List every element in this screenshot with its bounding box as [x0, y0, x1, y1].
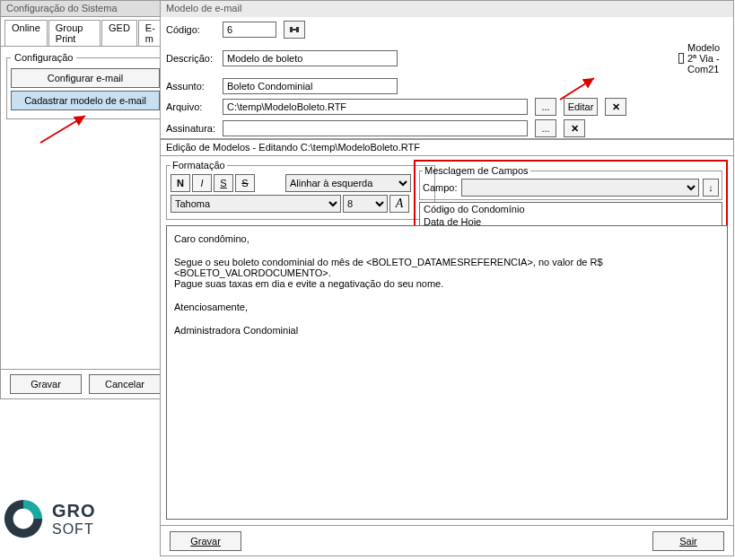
- config-cancelar-button[interactable]: Cancelar: [89, 374, 161, 394]
- config-gravar-button[interactable]: Gravar: [10, 374, 82, 394]
- italic-button[interactable]: I: [192, 174, 212, 192]
- segunda-via-label: Modelo 2ª Via - Com21: [687, 42, 728, 74]
- assunto-label: Assunto:: [166, 81, 215, 92]
- descricao-label: Descrição:: [166, 53, 215, 64]
- search-icon-button[interactable]: [284, 21, 305, 39]
- body-line: Atenciosamente,: [174, 302, 720, 312]
- underline-button[interactable]: S: [214, 174, 233, 192]
- strike-button[interactable]: S: [235, 174, 255, 192]
- body-line: Administradora Condominial: [174, 325, 720, 336]
- config-title: Configuração do Sistema: [1, 1, 170, 17]
- merge-fieldset: Mesclagem de Campos Campo: ↓: [419, 165, 722, 200]
- brand-logo: GRO SOFT: [0, 495, 160, 542]
- body-line: Caro condômino,: [174, 233, 720, 244]
- close-icon: ✕: [612, 101, 620, 113]
- merge-legend: Mesclagem de Campos: [423, 165, 530, 176]
- model-title: Modelo de e-mail: [161, 1, 733, 17]
- editar-button[interactable]: Editar: [564, 98, 598, 116]
- config-bottom-bar: Gravar Cancelar: [1, 369, 170, 398]
- body-line: Pague suas taxas em dia e evite a negati…: [174, 278, 720, 289]
- tab-online[interactable]: Online: [4, 20, 48, 46]
- binoculars-icon: [288, 23, 301, 36]
- descricao-input[interactable]: [223, 50, 398, 66]
- editor-gravar-button[interactable]: Gravar: [170, 531, 241, 551]
- editor-sair-button[interactable]: Sair: [652, 531, 724, 551]
- assinatura-input[interactable]: [223, 120, 528, 136]
- campo-select[interactable]: [461, 179, 699, 197]
- tab-group-print[interactable]: Group Print: [48, 20, 101, 46]
- codigo-input[interactable]: [223, 22, 276, 38]
- editor-bottom-bar: Gravar Sair: [161, 525, 733, 556]
- configurar-email-button[interactable]: Configurar e-mail: [11, 68, 160, 88]
- segunda-via-checkbox[interactable]: Modelo 2ª Via - Com21: [678, 42, 728, 74]
- arquivo-browse-button[interactable]: ...: [535, 98, 556, 116]
- config-tabs: Online Group Print GED E-m: [1, 17, 170, 47]
- format-legend: Formatação: [171, 160, 227, 171]
- logo-line1: GRO: [52, 501, 96, 521]
- align-select[interactable]: Alinhar à esquerda: [285, 174, 411, 192]
- assinatura-label: Assinatura:: [166, 123, 215, 134]
- tab-ged[interactable]: GED: [101, 20, 137, 46]
- assinatura-close-button[interactable]: ✕: [564, 119, 585, 137]
- format-fieldset: Formatação N I S S Alinhar à esquerda Ta…: [166, 160, 435, 220]
- editor-window: Edição de Modelos - Editando C:\temp\Mod…: [160, 139, 734, 556]
- config-window: Configuração do Sistema Online Group Pri…: [0, 0, 171, 399]
- campo-label: Campo:: [423, 182, 458, 193]
- checkbox-icon: [678, 53, 684, 64]
- config-legend: Configuração: [11, 52, 76, 63]
- editor-textarea[interactable]: Caro condômino, Segue o seu boleto condo…: [166, 225, 728, 520]
- close-icon: ✕: [571, 123, 579, 135]
- codigo-label: Código:: [166, 24, 215, 35]
- assunto-input[interactable]: [223, 78, 398, 94]
- config-fieldset: Configuração Configurar e-mail Cadastrar…: [6, 52, 164, 119]
- size-select[interactable]: 8: [343, 195, 388, 213]
- bold-button[interactable]: N: [171, 174, 190, 192]
- cadastrar-modelo-button[interactable]: Cadastrar modelo de e-mail: [11, 91, 160, 110]
- arquivo-label: Arquivo:: [166, 101, 215, 112]
- assinatura-browse-button[interactable]: ...: [535, 119, 556, 137]
- insert-field-button[interactable]: ↓: [703, 179, 719, 197]
- email-model-window: Modelo de e-mail Código: Descrição: Mode…: [160, 0, 734, 139]
- body-line: Segue o seu boleto condominial do mês de…: [174, 257, 720, 278]
- logo-line2: SOFT: [52, 521, 94, 537]
- logo-icon: [0, 495, 47, 542]
- field-item[interactable]: Código do Condomínio: [420, 203, 722, 215]
- font-select[interactable]: Tahoma: [171, 195, 341, 213]
- arquivo-input[interactable]: [223, 99, 528, 115]
- font-style-button[interactable]: A: [389, 195, 409, 213]
- editor-title: Edição de Modelos - Editando C:\temp\Mod…: [161, 140, 733, 156]
- arquivo-close-button[interactable]: ✕: [605, 98, 626, 116]
